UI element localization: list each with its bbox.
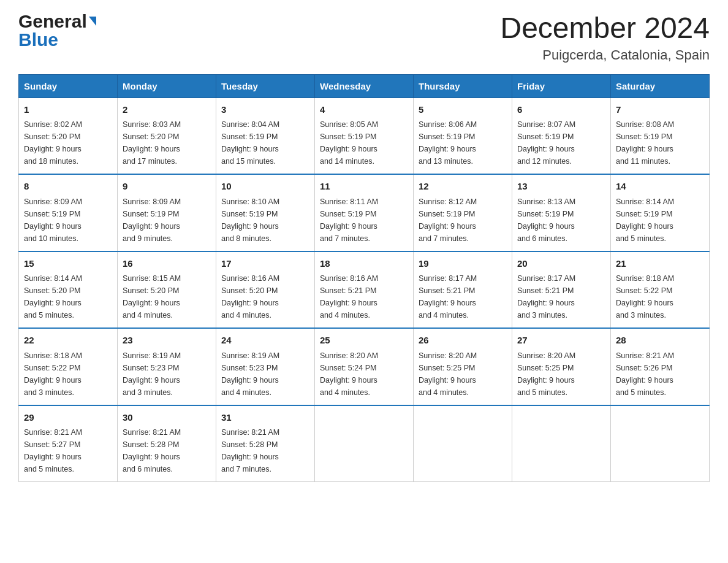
calendar-day-cell: 8Sunrise: 8:09 AMSunset: 5:19 PMDaylight… (19, 174, 118, 251)
logo-general: General (18, 12, 87, 31)
calendar-day-cell (611, 405, 710, 482)
day-info: Sunrise: 8:17 AMSunset: 5:21 PMDaylight:… (517, 274, 575, 320)
calendar-day-cell: 6Sunrise: 8:07 AMSunset: 5:19 PMDaylight… (512, 98, 611, 174)
day-of-week-header: Tuesday (216, 74, 315, 98)
day-of-week-header: Sunday (19, 74, 118, 98)
day-number: 27 (517, 334, 605, 348)
calendar-body: 1Sunrise: 8:02 AMSunset: 5:20 PMDaylight… (19, 98, 710, 482)
day-info: Sunrise: 8:07 AMSunset: 5:19 PMDaylight:… (517, 120, 575, 166)
day-number: 4 (320, 103, 408, 117)
day-number: 30 (123, 411, 211, 425)
day-number: 1 (24, 103, 112, 117)
day-info: Sunrise: 8:16 AMSunset: 5:20 PMDaylight:… (221, 274, 279, 320)
day-number: 28 (616, 334, 704, 348)
day-number: 13 (517, 180, 605, 194)
day-info: Sunrise: 8:19 AMSunset: 5:23 PMDaylight:… (221, 351, 279, 397)
location-subtitle: Puigcerda, Catalonia, Spain (500, 47, 710, 63)
day-info: Sunrise: 8:19 AMSunset: 5:23 PMDaylight:… (123, 351, 181, 397)
day-info: Sunrise: 8:20 AMSunset: 5:25 PMDaylight:… (419, 351, 477, 397)
calendar-day-cell: 12Sunrise: 8:12 AMSunset: 5:19 PMDayligh… (414, 174, 512, 251)
day-info: Sunrise: 8:10 AMSunset: 5:19 PMDaylight:… (221, 197, 279, 243)
calendar-day-cell: 4Sunrise: 8:05 AMSunset: 5:19 PMDaylight… (315, 98, 414, 174)
day-number: 6 (517, 103, 605, 117)
day-number: 2 (123, 103, 211, 117)
day-info: Sunrise: 8:05 AMSunset: 5:19 PMDaylight:… (320, 120, 378, 166)
day-number: 10 (221, 180, 309, 194)
day-number: 22 (24, 334, 112, 348)
day-number: 7 (616, 103, 704, 117)
calendar-week-row: 8Sunrise: 8:09 AMSunset: 5:19 PMDaylight… (19, 174, 710, 251)
calendar-week-row: 15Sunrise: 8:14 AMSunset: 5:20 PMDayligh… (19, 251, 710, 329)
calendar-day-cell: 7Sunrise: 8:08 AMSunset: 5:19 PMDaylight… (611, 98, 710, 174)
day-info: Sunrise: 8:12 AMSunset: 5:19 PMDaylight:… (419, 197, 477, 243)
calendar-week-row: 22Sunrise: 8:18 AMSunset: 5:22 PMDayligh… (19, 328, 710, 405)
day-info: Sunrise: 8:11 AMSunset: 5:19 PMDaylight:… (320, 197, 378, 243)
day-info: Sunrise: 8:09 AMSunset: 5:19 PMDaylight:… (24, 197, 82, 243)
day-info: Sunrise: 8:18 AMSunset: 5:22 PMDaylight:… (616, 274, 674, 320)
day-number: 23 (123, 334, 211, 348)
day-number: 9 (123, 180, 211, 194)
day-of-week-header: Monday (118, 74, 216, 98)
day-of-week-header: Wednesday (315, 74, 414, 98)
day-number: 31 (221, 411, 309, 425)
calendar-day-cell (315, 405, 414, 482)
calendar-day-cell: 1Sunrise: 8:02 AMSunset: 5:20 PMDaylight… (19, 98, 118, 174)
calendar-day-cell: 11Sunrise: 8:11 AMSunset: 5:19 PMDayligh… (315, 174, 414, 251)
calendar-day-cell: 30Sunrise: 8:21 AMSunset: 5:28 PMDayligh… (118, 405, 216, 482)
day-number: 17 (221, 257, 309, 271)
day-number: 16 (123, 257, 211, 271)
day-number: 15 (24, 257, 112, 271)
day-info: Sunrise: 8:16 AMSunset: 5:21 PMDaylight:… (320, 274, 378, 320)
day-info: Sunrise: 8:13 AMSunset: 5:19 PMDaylight:… (517, 197, 575, 243)
day-number: 21 (616, 257, 704, 271)
calendar-day-cell: 14Sunrise: 8:14 AMSunset: 5:19 PMDayligh… (611, 174, 710, 251)
day-info: Sunrise: 8:17 AMSunset: 5:21 PMDaylight:… (419, 274, 477, 320)
day-info: Sunrise: 8:18 AMSunset: 5:22 PMDaylight:… (24, 351, 82, 397)
day-info: Sunrise: 8:20 AMSunset: 5:24 PMDaylight:… (320, 351, 378, 397)
day-of-week-header: Thursday (414, 74, 512, 98)
calendar-day-cell: 17Sunrise: 8:16 AMSunset: 5:20 PMDayligh… (216, 251, 315, 329)
day-of-week-header: Saturday (611, 74, 710, 98)
calendar-day-cell: 23Sunrise: 8:19 AMSunset: 5:23 PMDayligh… (118, 328, 216, 405)
calendar-week-row: 1Sunrise: 8:02 AMSunset: 5:20 PMDaylight… (19, 98, 710, 174)
day-number: 8 (24, 180, 112, 194)
day-info: Sunrise: 8:15 AMSunset: 5:20 PMDaylight:… (123, 274, 181, 320)
calendar-day-cell: 16Sunrise: 8:15 AMSunset: 5:20 PMDayligh… (118, 251, 216, 329)
header: General Blue December 2024 Puigcerda, Ca… (18, 12, 710, 63)
calendar-day-cell: 10Sunrise: 8:10 AMSunset: 5:19 PMDayligh… (216, 174, 315, 251)
calendar-day-cell: 3Sunrise: 8:04 AMSunset: 5:19 PMDaylight… (216, 98, 315, 174)
day-info: Sunrise: 8:09 AMSunset: 5:19 PMDaylight:… (123, 197, 181, 243)
day-info: Sunrise: 8:20 AMSunset: 5:25 PMDaylight:… (517, 351, 575, 397)
day-number: 29 (24, 411, 112, 425)
day-info: Sunrise: 8:21 AMSunset: 5:28 PMDaylight:… (221, 428, 279, 473)
logo-triangle-icon (89, 17, 96, 26)
calendar-day-cell (414, 405, 512, 482)
calendar-header: SundayMondayTuesdayWednesdayThursdayFrid… (19, 74, 710, 98)
day-info: Sunrise: 8:14 AMSunset: 5:20 PMDaylight:… (24, 274, 82, 320)
day-number: 12 (419, 180, 507, 194)
calendar-week-row: 29Sunrise: 8:21 AMSunset: 5:27 PMDayligh… (19, 405, 710, 482)
day-number: 19 (419, 257, 507, 271)
day-info: Sunrise: 8:21 AMSunset: 5:28 PMDaylight:… (123, 428, 181, 473)
day-info: Sunrise: 8:21 AMSunset: 5:26 PMDaylight:… (616, 351, 674, 397)
day-header-row: SundayMondayTuesdayWednesdayThursdayFrid… (19, 74, 710, 98)
calendar-day-cell: 5Sunrise: 8:06 AMSunset: 5:19 PMDaylight… (414, 98, 512, 174)
calendar-day-cell: 26Sunrise: 8:20 AMSunset: 5:25 PMDayligh… (414, 328, 512, 405)
day-info: Sunrise: 8:06 AMSunset: 5:19 PMDaylight:… (419, 120, 477, 166)
day-of-week-header: Friday (512, 74, 611, 98)
day-info: Sunrise: 8:03 AMSunset: 5:20 PMDaylight:… (123, 120, 181, 166)
day-info: Sunrise: 8:08 AMSunset: 5:19 PMDaylight:… (616, 120, 674, 166)
calendar-day-cell: 13Sunrise: 8:13 AMSunset: 5:19 PMDayligh… (512, 174, 611, 251)
month-year-title: December 2024 (500, 12, 710, 45)
day-number: 24 (221, 334, 309, 348)
calendar-day-cell: 27Sunrise: 8:20 AMSunset: 5:25 PMDayligh… (512, 328, 611, 405)
day-number: 3 (221, 103, 309, 117)
day-number: 5 (419, 103, 507, 117)
calendar-day-cell: 25Sunrise: 8:20 AMSunset: 5:24 PMDayligh… (315, 328, 414, 405)
logo-blue: Blue (18, 31, 58, 49)
calendar-day-cell: 19Sunrise: 8:17 AMSunset: 5:21 PMDayligh… (414, 251, 512, 329)
calendar-day-cell (512, 405, 611, 482)
calendar-day-cell: 9Sunrise: 8:09 AMSunset: 5:19 PMDaylight… (118, 174, 216, 251)
day-number: 14 (616, 180, 704, 194)
day-number: 26 (419, 334, 507, 348)
